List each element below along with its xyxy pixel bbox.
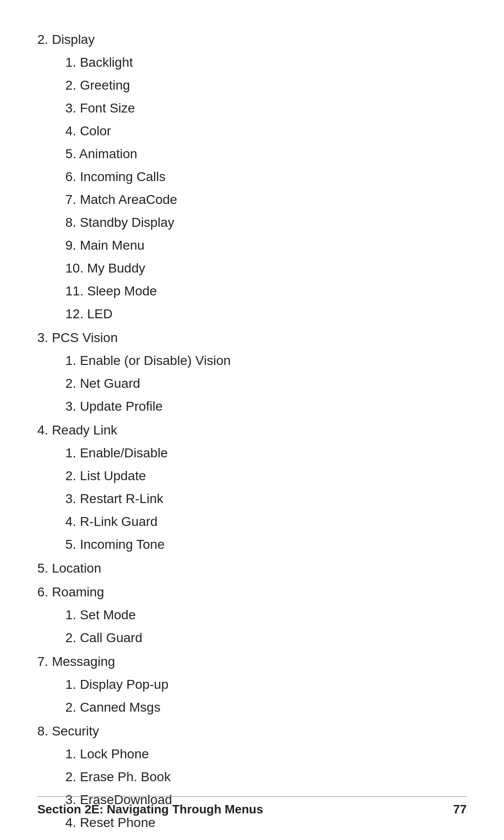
submenu-list: 1. Enable (or Disable) Vision2. Net Guar… xyxy=(37,349,467,418)
menu-item-level2: 7. Match AreaCode xyxy=(65,188,467,211)
menu-item-level2: 3. Font Size xyxy=(65,97,467,119)
menu-item-label: 7. Messaging xyxy=(37,654,115,669)
menu-item-label: 5. Location xyxy=(37,561,101,575)
submenu-list: 1. Lock Phone2. Erase Ph. Book3. EraseDo… xyxy=(37,742,467,840)
main-menu-list: 2. Display1. Backlight2. Greeting3. Font… xyxy=(37,28,467,840)
menu-item-level1: 7. Messaging1. Display Pop-up2. Canned M… xyxy=(37,650,467,719)
footer: Section 2E: Navigating Through Menus 77 xyxy=(37,796,467,817)
menu-item-level2: 1. Enable (or Disable) Vision xyxy=(65,349,467,372)
menu-item-level1: 4. Ready Link1. Enable/Disable2. List Up… xyxy=(37,419,467,556)
menu-item-label: 6. Roaming xyxy=(37,585,104,599)
menu-item-level2: 4. R-Link Guard xyxy=(65,510,467,533)
footer-page-number: 77 xyxy=(453,802,467,817)
menu-item-level2: 9. Main Menu xyxy=(65,234,467,257)
menu-item-level2: 2. List Update xyxy=(65,464,467,487)
menu-item-level2: 5. Animation xyxy=(65,142,467,165)
footer-section-label: Section 2E: Navigating Through Menus xyxy=(37,802,263,817)
menu-item-level1: 6. Roaming1. Set Mode2. Call Guard xyxy=(37,581,467,649)
menu-item-level2: 2. Call Guard xyxy=(65,626,467,649)
menu-item-level2: 1. Enable/Disable xyxy=(65,441,467,464)
submenu-list: 1. Set Mode2. Call Guard xyxy=(37,603,467,649)
menu-item-label: 2. Display xyxy=(37,32,95,47)
menu-item-label: 3. PCS Vision xyxy=(37,330,118,345)
menu-item-level2: 2. Net Guard xyxy=(65,372,467,395)
menu-item-level2: 3. Update Profile xyxy=(65,395,467,418)
menu-item-level2: 4. Color xyxy=(65,119,467,142)
menu-item-level2: 5. Incoming Tone xyxy=(65,533,467,556)
submenu-list: 1. Display Pop-up2. Canned Msgs xyxy=(37,673,467,719)
menu-item-level2: 1. Set Mode xyxy=(65,603,467,626)
submenu-list: 1. Backlight2. Greeting3. Font Size4. Co… xyxy=(37,51,467,325)
menu-item-level2: 11. Sleep Mode xyxy=(65,280,467,302)
menu-item-level2: 12. LED xyxy=(65,302,467,325)
menu-item-level2: 1. Display Pop-up xyxy=(65,673,467,696)
menu-item-level2: 1. Backlight xyxy=(65,51,467,74)
menu-item-level1: 5. Location xyxy=(37,557,467,580)
submenu-list: 1. Enable/Disable2. List Update3. Restar… xyxy=(37,441,467,556)
menu-item-level2: 10. My Buddy xyxy=(65,257,467,280)
menu-item-level1: 8. Security1. Lock Phone2. Erase Ph. Boo… xyxy=(37,720,467,840)
menu-item-level1: 3. PCS Vision1. Enable (or Disable) Visi… xyxy=(37,326,467,418)
menu-item-level2: 2. Erase Ph. Book xyxy=(65,765,467,788)
menu-item-level2: 3. Restart R-Link xyxy=(65,487,467,510)
menu-item-level2: 2. Canned Msgs xyxy=(65,696,467,719)
page-content: 2. Display1. Backlight2. Greeting3. Font… xyxy=(0,0,504,840)
menu-item-level2: 6. Incoming Calls xyxy=(65,165,467,188)
menu-item-level1: 2. Display1. Backlight2. Greeting3. Font… xyxy=(37,28,467,325)
menu-item-level2: 2. Greeting xyxy=(65,74,467,97)
menu-item-level2: 8. Standby Display xyxy=(65,211,467,234)
menu-item-label: 8. Security xyxy=(37,724,99,738)
menu-item-level2: 1. Lock Phone xyxy=(65,742,467,765)
menu-item-label: 4. Ready Link xyxy=(37,423,117,437)
menu-item-level2: 5. Others xyxy=(65,834,467,840)
